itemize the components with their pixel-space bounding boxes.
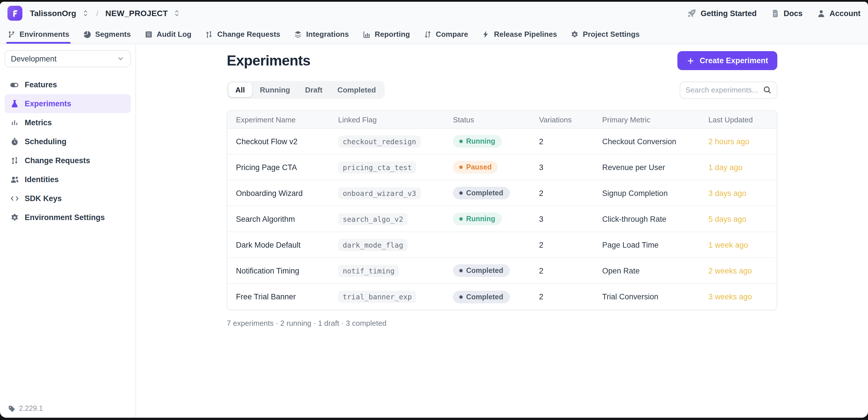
status-dot-icon <box>459 269 463 272</box>
experiment-name: Search Algorithm <box>236 215 338 223</box>
tab-draft[interactable]: Draft <box>298 83 330 97</box>
getting-started-link[interactable]: Getting Started <box>687 9 756 18</box>
table-row[interactable]: Pricing Page CTA pricing_cta_test Paused… <box>227 155 777 180</box>
docs-link[interactable]: Docs <box>771 9 803 18</box>
linked-flag: dark_mode_flag <box>338 239 408 251</box>
table-row[interactable]: Dark Mode Default dark_mode_flag 2 Page … <box>227 232 777 258</box>
table-row[interactable]: Checkout Flow v2 checkout_redesign Runni… <box>227 129 777 155</box>
sidebar-item-label: Identities <box>25 175 59 184</box>
table-row[interactable]: Notification Timing notif_timing Complet… <box>227 258 777 284</box>
variations-count: 2 <box>539 241 602 249</box>
col-last-updated: Last Updated <box>708 115 777 124</box>
table-row[interactable]: Search Algorithm search_algo_v2 Running … <box>227 206 777 232</box>
toggle-icon <box>10 80 19 89</box>
gear-icon <box>571 30 579 38</box>
col-variations: Variations <box>539 115 602 124</box>
experiment-name: Checkout Flow v2 <box>236 137 338 146</box>
nav-change-requests[interactable]: Change Requests <box>205 25 280 44</box>
nav-compare-label: Compare <box>436 30 468 38</box>
document-icon <box>771 9 780 18</box>
experiment-name: Dark Mode Default <box>236 241 338 249</box>
search-input[interactable] <box>685 86 760 94</box>
app-version: 2.229.1 <box>8 404 43 413</box>
account-link[interactable]: Account <box>817 9 861 18</box>
col-experiment-name: Experiment Name <box>236 115 338 124</box>
account-label: Account <box>830 9 861 18</box>
create-experiment-button[interactable]: Create Experiment <box>677 51 777 70</box>
sidebar-item-environment-settings[interactable]: Environment Settings <box>5 208 131 227</box>
chevron-down-icon <box>117 55 125 63</box>
sidebar-item-features[interactable]: Features <box>5 75 131 94</box>
plus-icon <box>686 57 694 65</box>
last-updated: 1 week ago <box>708 241 777 249</box>
status-badge: Completed <box>453 187 509 199</box>
sidebar-item-scheduling[interactable]: Scheduling <box>5 132 131 151</box>
linked-flag: pricing_cta_test <box>338 161 416 173</box>
list-icon <box>145 30 153 38</box>
nav-project-settings[interactable]: Project Settings <box>571 25 640 44</box>
environment-selector[interactable]: Development <box>5 50 131 67</box>
experiment-name: Free Trial Banner <box>236 292 338 301</box>
getting-started-label: Getting Started <box>701 9 756 18</box>
project-name[interactable]: NEW_PROJECT <box>105 9 168 18</box>
tab-all[interactable]: All <box>228 83 252 97</box>
stopwatch-icon <box>10 137 19 146</box>
page-title: Experiments <box>227 52 310 69</box>
status-badge: Running <box>453 135 501 148</box>
tab-completed[interactable]: Completed <box>330 83 383 97</box>
breadcrumb-separator: / <box>96 9 98 18</box>
nav-segments[interactable]: Segments <box>83 25 131 44</box>
nav-environments[interactable]: Environments <box>7 25 69 44</box>
nav-audit-log[interactable]: Audit Log <box>145 25 191 44</box>
primary-metric: Open Rate <box>602 266 708 275</box>
logo-f-icon <box>10 8 20 18</box>
primary-metric: Checkout Conversion <box>602 137 708 146</box>
sidebar-item-label: Change Requests <box>25 156 90 165</box>
bar-chart-icon <box>363 30 371 38</box>
status-dot-icon <box>459 295 463 299</box>
metrics-icon <box>10 118 19 127</box>
nav-reporting[interactable]: Reporting <box>363 25 410 44</box>
variations-count: 2 <box>539 292 602 301</box>
last-updated: 2 hours ago <box>708 137 777 146</box>
sidebar-item-label: Environment Settings <box>25 213 105 222</box>
table-row[interactable]: Free Trial Banner trial_banner_exp Compl… <box>227 284 777 310</box>
sidebar-item-identities[interactable]: Identities <box>5 170 131 189</box>
branch-icon <box>7 30 16 38</box>
docs-label: Docs <box>784 9 803 18</box>
sidebar-item-change-requests[interactable]: Change Requests <box>5 151 131 170</box>
table-row[interactable]: Onboarding Wizard onboard_wizard_v3 Comp… <box>227 180 777 206</box>
project-selector-icon[interactable] <box>173 9 181 17</box>
col-status: Status <box>453 115 539 124</box>
status-dot-icon <box>459 140 463 143</box>
sidebar-item-sdk-keys[interactable]: SDK Keys <box>5 189 131 208</box>
org-name[interactable]: TalissonOrg <box>30 9 76 18</box>
nav-compare[interactable]: Compare <box>424 25 468 44</box>
main-content: Experiments Create Experiment All Runnin… <box>136 44 868 418</box>
gear-icon <box>10 213 19 222</box>
last-updated: 3 days ago <box>708 189 777 197</box>
org-selector-icon[interactable] <box>81 9 89 17</box>
search-icon[interactable] <box>763 86 772 94</box>
last-updated: 3 weeks ago <box>708 292 777 301</box>
experiments-table: Experiment Name Linked Flag Status Varia… <box>227 110 777 310</box>
topbar-links: Getting Started Docs Account <box>673 9 861 18</box>
col-linked-flag: Linked Flag <box>338 115 453 124</box>
primary-metric: Trial Conversion <box>602 292 708 301</box>
flagsmith-logo[interactable] <box>7 6 22 21</box>
col-primary-metric: Primary Metric <box>602 115 708 124</box>
primary-metric: Page Load Time <box>602 241 708 249</box>
tag-icon <box>8 405 16 412</box>
experiment-name: Pricing Page CTA <box>236 163 338 171</box>
sidebar-item-experiments[interactable]: Experiments <box>5 94 131 113</box>
nav-integrations[interactable]: Integrations <box>294 25 349 44</box>
tab-running[interactable]: Running <box>253 83 297 97</box>
sidebar-item-metrics[interactable]: Metrics <box>5 113 131 132</box>
table-header: Experiment Name Linked Flag Status Varia… <box>227 111 777 129</box>
nav-release-pipelines[interactable]: Release Pipelines <box>482 25 557 44</box>
variations-count: 3 <box>539 163 602 171</box>
project-nav: Environments Segments Audit Log Change R… <box>0 25 868 44</box>
linked-flag: notif_timing <box>338 264 399 277</box>
variations-count: 3 <box>539 215 602 223</box>
nav-release-pipelines-label: Release Pipelines <box>494 30 557 38</box>
